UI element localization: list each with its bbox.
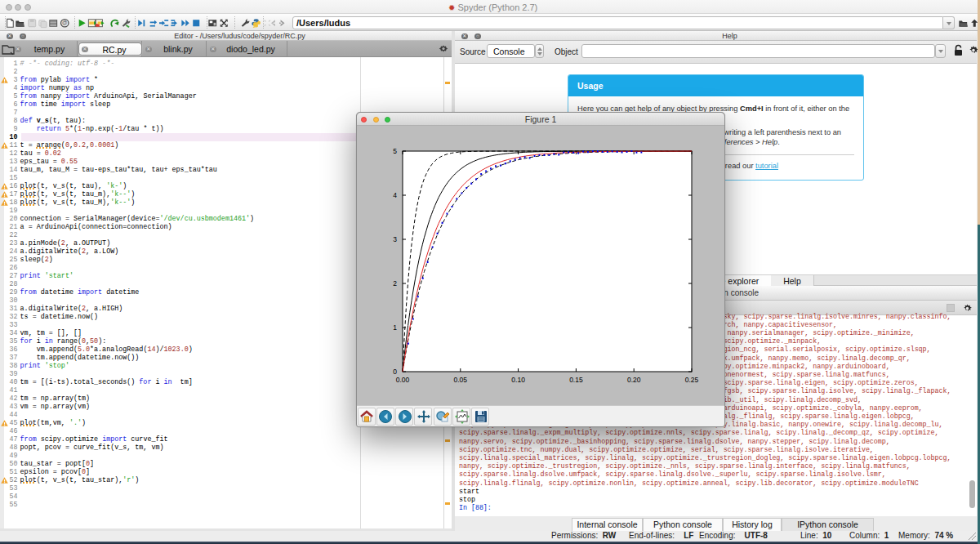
svg-text:4: 4: [393, 191, 397, 199]
svg-text:1: 1: [393, 323, 397, 332]
svg-text:5: 5: [393, 147, 397, 155]
svg-text:0.00: 0.00: [396, 376, 410, 384]
svg-text:3: 3: [393, 235, 397, 243]
svg-text:0: 0: [393, 368, 397, 376]
svg-text:0.20: 0.20: [627, 376, 641, 384]
svg-text:0.05: 0.05: [454, 376, 468, 384]
svg-text:2: 2: [393, 279, 397, 288]
svg-text:0.25: 0.25: [685, 376, 699, 384]
svg-text:0.15: 0.15: [569, 376, 583, 384]
svg-text:0.10: 0.10: [511, 376, 525, 384]
svg-text:@: @: [62, 20, 68, 25]
